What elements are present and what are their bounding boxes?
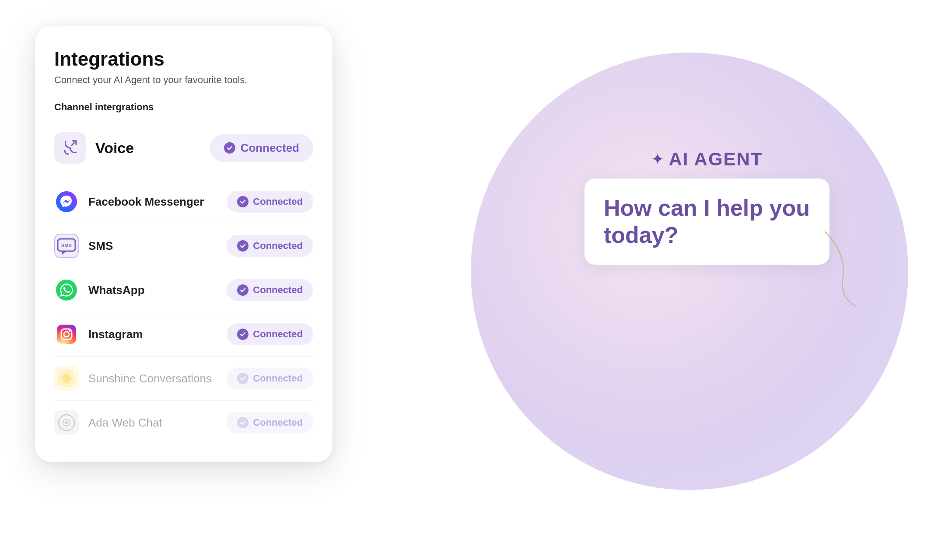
- sms-icon: SMS: [54, 234, 79, 258]
- integration-row-sunshine[interactable]: Sunshine Conversations Connected: [54, 357, 313, 401]
- messenger-icon: [54, 189, 79, 214]
- whatsapp-check-icon: [237, 284, 248, 296]
- webchat-icon: [54, 410, 79, 435]
- messenger-connected-badge: Connected: [227, 191, 313, 213]
- messenger-left: Facebook Messenger: [54, 189, 204, 214]
- background-circle: [471, 52, 908, 490]
- integrations-card: Integrations Connect your AI Agent to yo…: [35, 26, 332, 462]
- svg-text:SMS: SMS: [61, 243, 72, 248]
- sparkle-icon: ✦: [651, 150, 664, 168]
- scene: Integrations Connect your AI Agent to yo…: [0, 0, 952, 560]
- instagram-connected-badge: Connected: [227, 323, 313, 345]
- card-subtitle: Connect your AI Agent to your favourite …: [54, 74, 313, 86]
- svg-point-9: [62, 374, 71, 383]
- sunshine-connected-text: Connected: [253, 373, 303, 384]
- chat-bubble: How can I help you today?: [584, 178, 830, 265]
- messenger-connected-text: Connected: [253, 196, 303, 207]
- integration-row-whatsapp[interactable]: WhatsApp Connected: [54, 268, 313, 312]
- instagram-label: Instagram: [88, 328, 143, 341]
- section-label: Channel intergrations: [54, 102, 313, 113]
- sunshine-icon: [54, 366, 79, 391]
- integration-list: Facebook Messenger Connected: [54, 180, 313, 444]
- webchat-connected-badge: Connected: [227, 412, 313, 434]
- webchat-left: Ada Web Chat: [54, 410, 162, 435]
- sms-check-icon: [237, 240, 248, 252]
- svg-point-0: [56, 191, 77, 212]
- integration-row-sms[interactable]: SMS SMS Connected: [54, 224, 313, 268]
- sunshine-connected-badge: Connected: [227, 368, 313, 389]
- card-title: Integrations: [54, 48, 313, 70]
- whatsapp-icon: [54, 278, 79, 302]
- sunshine-left: Sunshine Conversations: [54, 366, 212, 391]
- integration-row-messenger[interactable]: Facebook Messenger Connected: [54, 180, 313, 224]
- whatsapp-connected-text: Connected: [253, 284, 303, 296]
- integration-row-webchat[interactable]: Ada Web Chat Connected: [54, 401, 313, 444]
- integration-row-voice[interactable]: Voice Connected: [54, 125, 313, 176]
- sms-connected-badge: Connected: [227, 235, 313, 257]
- ai-agent-text: AI AGENT: [668, 149, 763, 170]
- messenger-check-icon: [237, 196, 248, 207]
- sms-connected-text: Connected: [253, 240, 303, 252]
- webchat-connected-text: Connected: [253, 417, 303, 428]
- sunshine-check-icon: [237, 373, 248, 384]
- svg-rect-4: [57, 325, 76, 344]
- sunshine-label: Sunshine Conversations: [88, 372, 212, 385]
- svg-point-12: [65, 421, 68, 424]
- voice-left: Voice: [54, 132, 134, 164]
- instagram-left: Instagram: [54, 322, 143, 346]
- integration-row-instagram[interactable]: Instagram Connected: [54, 312, 313, 357]
- whatsapp-label: WhatsApp: [88, 284, 145, 297]
- whatsapp-left: WhatsApp: [54, 278, 145, 302]
- webchat-check-icon: [237, 417, 248, 428]
- svg-point-3: [56, 280, 77, 301]
- chat-bubble-text: How can I help you today?: [604, 195, 810, 248]
- ai-agent-section: ✦ AI AGENT How can I help you today?: [584, 149, 830, 265]
- webchat-label: Ada Web Chat: [88, 416, 162, 430]
- voice-label: Voice: [95, 140, 134, 157]
- voice-check-icon: [224, 142, 235, 154]
- sms-left: SMS SMS: [54, 234, 113, 258]
- instagram-check-icon: [237, 329, 248, 340]
- whatsapp-connected-badge: Connected: [227, 279, 313, 301]
- sms-label: SMS: [88, 239, 113, 253]
- voice-connected-badge: Connected: [210, 134, 313, 162]
- voice-icon: [54, 132, 86, 164]
- svg-point-7: [69, 330, 71, 332]
- instagram-connected-text: Connected: [253, 329, 303, 340]
- messenger-label: Facebook Messenger: [88, 195, 204, 209]
- ai-agent-label-row: ✦ AI AGENT: [584, 149, 830, 170]
- instagram-icon: [54, 322, 79, 346]
- voice-connected-text: Connected: [241, 141, 299, 155]
